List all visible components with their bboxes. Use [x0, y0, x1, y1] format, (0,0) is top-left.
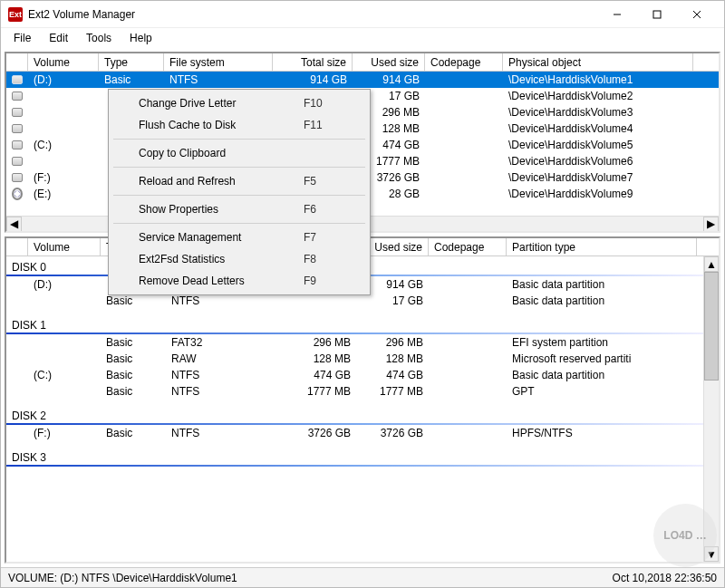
menu-item-shortcut: F8 — [304, 253, 340, 265]
cell: (E:) — [28, 188, 99, 200]
cell: Basic data partition — [507, 294, 697, 307]
status-right: Oct 10,2018 22:36:50 — [613, 572, 717, 584]
disk-header[interactable]: DISK 3 — [6, 450, 703, 467]
table-row[interactable]: (D:)BasicNTFS914 GB914 GB\Device\Harddis… — [6, 72, 719, 88]
cell: (D:) — [28, 278, 101, 291]
col-type[interactable]: Type — [99, 53, 164, 71]
menu-edit[interactable]: Edit — [42, 30, 75, 46]
cell: 296 MB — [356, 336, 429, 349]
partition-row[interactable]: (C:)BasicNTFS474 GB474 GBBasic data part… — [6, 367, 703, 383]
cell: \Device\HarddiskVolume7 — [503, 171, 693, 184]
status-left: VOLUME: (D:) NTFS \Device\HarddiskVolume… — [8, 572, 237, 584]
cell: 474 GB — [356, 369, 429, 381]
disk-icon — [6, 140, 28, 149]
close-button[interactable] — [677, 2, 717, 27]
cell: \Device\HarddiskVolume2 — [503, 90, 693, 102]
minimize-button[interactable] — [597, 2, 637, 27]
menu-item-shortcut: F6 — [304, 203, 340, 216]
cell: FAT32 — [166, 336, 284, 349]
disk-icon — [6, 108, 28, 117]
cell: 1777 MB — [356, 385, 429, 398]
menu-item[interactable]: Reload and RefreshF5 — [111, 170, 367, 192]
cell: Basic — [101, 385, 166, 398]
col-used[interactable]: Used size — [353, 53, 425, 71]
partition-row[interactable]: BasicNTFS1777 MB1777 MBGPT — [6, 383, 703, 400]
disk-header[interactable]: DISK 1 — [6, 318, 703, 334]
disk-header[interactable]: DISK 2 — [6, 409, 703, 425]
cell: \Device\HarddiskVolume4 — [503, 122, 693, 135]
menu-help[interactable]: Help — [122, 30, 160, 46]
window-title: Ext2 Volume Manager — [28, 8, 597, 21]
partition-row[interactable]: BasicRAW128 MB128 MBMicrosoft reserved p… — [6, 351, 703, 367]
cell: Basic data partition — [507, 278, 697, 291]
cell: \Device\HarddiskVolume1 — [503, 73, 693, 86]
menu-item[interactable]: Copy to Clipboard — [111, 142, 367, 164]
menu-item-shortcut: F10 — [304, 97, 340, 110]
partition-row[interactable]: BasicFAT32296 MB296 MBEFI system partiti… — [6, 334, 703, 351]
app-icon: Ext — [8, 7, 23, 22]
scroll-right-icon[interactable]: ▶ — [703, 217, 719, 232]
scroll-thumb[interactable] — [704, 272, 719, 381]
disk-icon — [6, 173, 28, 182]
menu-item-shortcut: F5 — [304, 175, 340, 188]
col-filesystem[interactable]: File system — [164, 53, 273, 71]
cell: (D:) — [28, 73, 99, 86]
cell: Basic — [101, 294, 166, 307]
cell: EFI system partition — [507, 336, 697, 349]
menu-item-label: Service Management — [139, 231, 304, 244]
col-volume[interactable]: Volume — [28, 53, 99, 71]
col-physical[interactable]: Physical object — [503, 53, 693, 71]
menu-item[interactable]: Remove Dead LettersF9 — [111, 270, 367, 292]
menu-separator — [113, 223, 365, 224]
menu-item[interactable]: Show PropertiesF6 — [111, 198, 367, 220]
pcol-partition-type[interactable]: Partition type — [507, 238, 697, 255]
cell: 1777 MB — [284, 385, 356, 398]
cell: NTFS — [164, 73, 273, 86]
scroll-up-icon[interactable]: ▲ — [704, 256, 719, 272]
cell: 474 GB — [284, 369, 356, 381]
partitions-list[interactable]: DISK 0(D:)4 GB914 GBBasic data partition… — [6, 256, 719, 562]
menu-item-label: Reload and Refresh — [139, 175, 304, 188]
menu-item[interactable]: Change Drive LetterF10 — [111, 92, 367, 114]
titlebar[interactable]: Ext Ext2 Volume Manager — [1, 1, 724, 28]
scroll-left-icon[interactable]: ◀ — [6, 217, 22, 232]
menu-item-label: Change Drive Letter — [139, 97, 304, 110]
cell: NTFS — [166, 427, 284, 439]
cell: Basic data partition — [507, 369, 697, 381]
maximize-button[interactable] — [637, 2, 677, 27]
cell: Basic — [101, 336, 166, 349]
app-window: Ext Ext2 Volume Manager File Edit Tools … — [0, 0, 725, 588]
col-total[interactable]: Total size — [273, 53, 353, 71]
menu-item-label: Ext2Fsd Statistics — [139, 253, 304, 265]
cell: 3726 GB — [284, 427, 356, 439]
menu-file[interactable]: File — [6, 30, 38, 46]
col-codepage[interactable]: Codepage — [425, 53, 503, 71]
cell: 914 GB — [353, 73, 425, 86]
pcol-codepage[interactable]: Codepage — [429, 238, 507, 255]
vscrollbar-bottom[interactable]: ▲ ▼ — [703, 256, 719, 562]
pcol-volume[interactable]: Volume — [28, 238, 101, 255]
cell: Microsoft reserved partiti — [507, 352, 697, 365]
pcol-icon[interactable] — [6, 238, 28, 255]
menu-separator — [113, 139, 365, 140]
cell: HPFS/NTFS — [507, 427, 697, 439]
context-menu[interactable]: Change Drive LetterF10Flush Cache to Dis… — [108, 89, 371, 295]
disk-icon — [6, 124, 28, 133]
disk-icon — [6, 157, 28, 166]
cell: (F:) — [28, 171, 99, 184]
menu-item[interactable]: Ext2Fsd StatisticsF8 — [111, 248, 367, 270]
svg-rect-1 — [653, 11, 661, 18]
partition-row[interactable]: (F:)BasicNTFS3726 GB3726 GBHPFS/NTFS — [6, 425, 703, 441]
cell: 128 MB — [356, 352, 429, 365]
menu-item[interactable]: Service ManagementF7 — [111, 227, 367, 248]
scroll-track[interactable] — [704, 381, 719, 546]
menu-separator — [113, 195, 365, 196]
scroll-down-icon[interactable]: ▼ — [704, 546, 719, 562]
col-icon[interactable] — [6, 53, 28, 71]
cell: Basic — [101, 352, 166, 365]
cell: (F:) — [28, 427, 101, 439]
menu-tools[interactable]: Tools — [79, 30, 119, 46]
cell: 296 MB — [284, 336, 356, 349]
menu-item-label: Copy to Clipboard — [139, 147, 304, 159]
menu-item[interactable]: Flush Cache to DiskF11 — [111, 114, 367, 136]
